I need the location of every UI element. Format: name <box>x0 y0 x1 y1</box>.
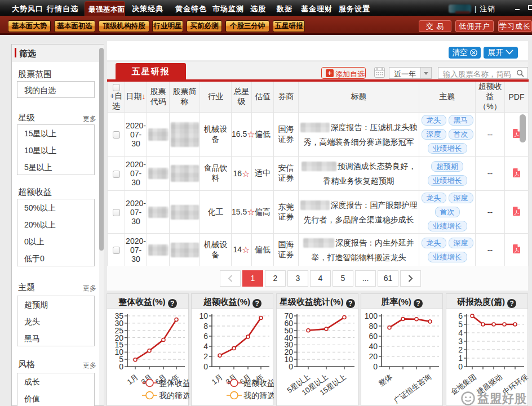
svg-text:4: 4 <box>458 328 463 337</box>
svg-text:1: 1 <box>458 354 463 363</box>
svg-text:0: 0 <box>373 362 378 371</box>
svg-text:2: 2 <box>204 352 209 361</box>
svg-text:我的筛选: 我的筛选 <box>159 391 189 400</box>
svg-text:1月: 1月 <box>126 373 140 386</box>
svg-text:3: 3 <box>458 337 463 346</box>
svg-text:我的筛选: 我的筛选 <box>243 391 274 400</box>
svg-text:40: 40 <box>369 342 378 351</box>
svg-text:5: 5 <box>458 320 463 329</box>
svg-text:70: 70 <box>284 311 293 320</box>
svg-text:6: 6 <box>458 311 463 320</box>
svg-text:100: 100 <box>365 311 378 320</box>
svg-text:整体: 整体 <box>377 372 394 387</box>
svg-text:80: 80 <box>369 322 378 331</box>
svg-text:整体收益: 整体收益 <box>159 378 189 387</box>
svg-text:0: 0 <box>204 362 209 371</box>
svg-text:6: 6 <box>204 332 209 341</box>
svg-text:广证恒生咨询: 广证恒生咨询 <box>392 372 433 405</box>
svg-text:2: 2 <box>458 345 463 354</box>
svg-text:60: 60 <box>369 332 378 341</box>
svg-text:8: 8 <box>204 322 209 331</box>
svg-text:35: 35 <box>114 311 123 320</box>
svg-text:超额收益: 超额收益 <box>243 378 274 387</box>
svg-text:20: 20 <box>369 352 378 361</box>
svg-text:1月: 1月 <box>210 373 224 386</box>
svg-text:0: 0 <box>458 362 463 371</box>
svg-text:10: 10 <box>200 311 209 320</box>
svg-text:4: 4 <box>204 342 209 351</box>
